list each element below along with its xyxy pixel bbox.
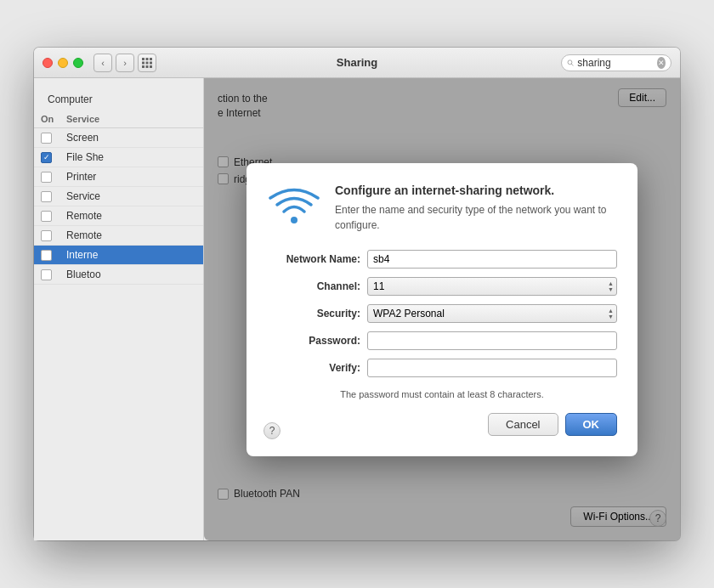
maximize-button[interactable] [73, 58, 83, 68]
service-row[interactable]: Screen [34, 128, 203, 148]
service-name: Bluetoo [66, 269, 196, 280]
cancel-button[interactable]: Cancel [488, 413, 558, 436]
service-checkbox[interactable] [41, 211, 52, 222]
right-panel: Edit... ction to the e Internet Ethernet… [204, 78, 680, 540]
service-row[interactable]: File She [34, 148, 203, 167]
password-row: Password: [267, 331, 617, 350]
service-checkbox[interactable] [41, 191, 52, 202]
left-panel: Computer On Service Screen File She [34, 78, 204, 540]
service-checkbox[interactable] [41, 269, 52, 280]
security-label: Security: [267, 308, 360, 319]
window-content: Computer On Service Screen File She [34, 78, 680, 540]
modal-title: Configure an internet-sharing network. [335, 184, 617, 197]
svg-rect-5 [150, 61, 152, 64]
traffic-lights [42, 58, 83, 68]
svg-rect-3 [142, 61, 144, 64]
service-checkbox[interactable] [41, 133, 52, 144]
svg-rect-1 [146, 58, 149, 60]
svg-rect-7 [146, 65, 149, 68]
ok-button[interactable]: OK [565, 413, 618, 436]
minimize-button[interactable] [58, 58, 68, 68]
service-row[interactable]: Service [34, 187, 203, 206]
modal-sheet: Configure an internet-sharing network. E… [246, 163, 638, 456]
close-button[interactable] [42, 58, 53, 68]
channel-label: Channel: [267, 280, 360, 292]
modal-form: Network Name: Channel: 11 1 6 [267, 250, 617, 403]
svg-rect-6 [142, 65, 144, 68]
computer-name-row: Computer [34, 88, 203, 110]
on-column-header: On [41, 114, 66, 124]
service-row[interactable]: Remote [34, 206, 203, 226]
search-clear-button[interactable]: ✕ [657, 57, 666, 69]
svg-rect-8 [150, 65, 152, 68]
svg-rect-4 [146, 61, 149, 64]
channel-select-wrapper: 11 1 6 ▲ ▼ [367, 277, 617, 296]
service-name: Printer [66, 171, 196, 183]
nav-buttons: ‹ › [94, 54, 134, 72]
search-icon [567, 58, 574, 68]
svg-line-10 [571, 64, 573, 65]
back-button[interactable]: ‹ [94, 54, 112, 72]
channel-select[interactable]: 11 1 6 [367, 277, 617, 296]
service-checkbox[interactable] [41, 172, 52, 183]
services-header: On Service [34, 110, 203, 128]
services-table: On Service Screen File She Printer [34, 110, 203, 530]
computer-name-label: Computer [48, 93, 93, 105]
verify-label: Verify: [267, 362, 360, 374]
service-name: Screen [66, 132, 196, 144]
search-input[interactable] [577, 57, 654, 69]
title-bar: ‹ › Sharing ✕ [34, 48, 680, 78]
svg-rect-2 [150, 58, 152, 60]
security-select[interactable]: WPA2 Personal None WPA2 Enterprise [367, 304, 617, 323]
modal-overlay: Configure an internet-sharing network. E… [204, 78, 680, 540]
svg-point-9 [568, 59, 572, 64]
help-button-modal[interactable]: ? [264, 422, 280, 439]
service-name: Service [66, 190, 196, 202]
password-input[interactable] [367, 331, 617, 350]
modal-title-area: Configure an internet-sharing network. E… [335, 184, 617, 233]
service-name: Interne [66, 249, 196, 261]
password-label: Password: [267, 335, 360, 347]
security-select-wrapper: WPA2 Personal None WPA2 Enterprise ▲ ▼ [367, 304, 617, 323]
network-name-row: Network Name: [267, 250, 617, 269]
service-row[interactable]: Bluetoo [34, 265, 203, 285]
service-checkbox[interactable] [41, 230, 52, 241]
search-bar[interactable]: ✕ [561, 54, 672, 71]
svg-point-11 [291, 217, 298, 223]
svg-rect-0 [142, 58, 144, 60]
grid-button[interactable] [138, 54, 156, 72]
window-title: Sharing [337, 56, 377, 69]
service-name: Remote [66, 229, 196, 241]
verify-input[interactable] [367, 359, 617, 377]
service-column-header: Service [66, 114, 196, 124]
modal-description: Enter the name and security type of the … [335, 202, 617, 233]
service-name: Remote [66, 210, 196, 222]
forward-button[interactable]: › [116, 54, 134, 72]
service-row[interactable]: Remote [34, 226, 203, 246]
wifi-icon [267, 184, 321, 231]
network-name-label: Network Name: [267, 253, 360, 265]
mac-window: ‹ › Sharing ✕ [34, 48, 680, 540]
verify-row: Verify: [267, 359, 617, 377]
service-checkbox[interactable] [41, 152, 52, 163]
network-name-input[interactable] [367, 250, 617, 269]
modal-buttons: Cancel OK [267, 413, 617, 436]
modal-header: Configure an internet-sharing network. E… [267, 184, 617, 233]
channel-row: Channel: 11 1 6 ▲ ▼ [267, 277, 617, 296]
validation-message: The password must contain at least 8 cha… [267, 386, 617, 403]
security-row: Security: WPA2 Personal None WPA2 Enterp… [267, 304, 617, 323]
service-checkbox[interactable] [41, 250, 52, 261]
service-row[interactable]: Printer [34, 167, 203, 187]
service-row-internet[interactable]: Interne [34, 246, 203, 265]
service-name: File She [66, 151, 196, 163]
